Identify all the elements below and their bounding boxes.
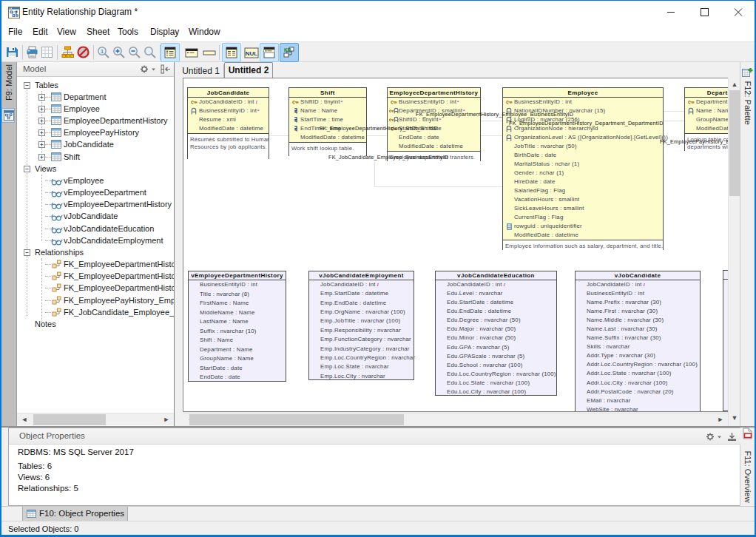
- svg-text:NUL: NUL: [246, 50, 258, 57]
- svg-text:KR: KR: [284, 47, 291, 53]
- svg-text:1: 1: [101, 48, 104, 55]
